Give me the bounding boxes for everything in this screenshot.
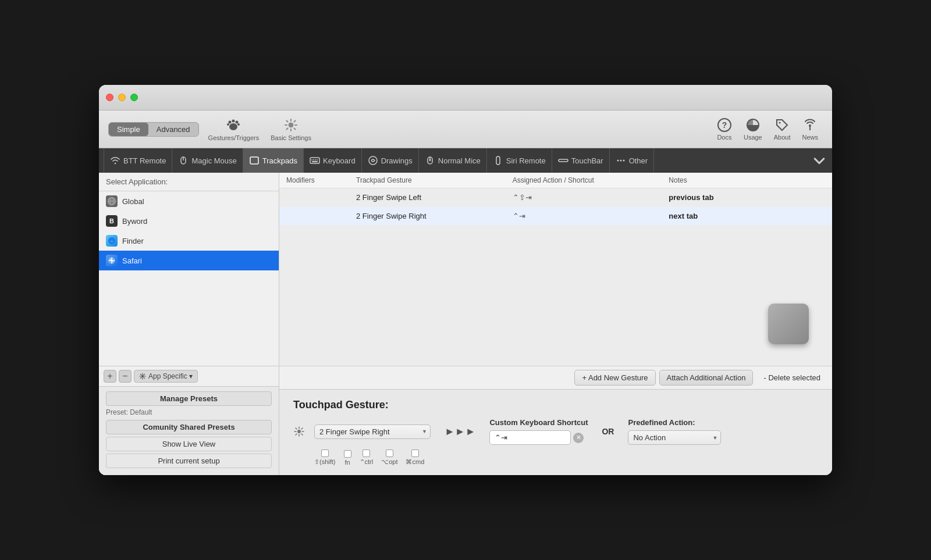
modifier-opt-checkbox[interactable]	[386, 450, 393, 457]
nav-drawings[interactable]: Drawings	[362, 148, 419, 173]
community-presets-button[interactable]: Comunity Shared Presets	[106, 420, 272, 434]
svg-point-37	[297, 430, 301, 433]
toolbar-left: Simple Advanced Gestures/Triggers	[108, 117, 311, 141]
traffic-lights	[106, 94, 138, 101]
add-app-button[interactable]: +	[104, 370, 116, 383]
finder-icon	[106, 235, 118, 247]
tag-icon	[774, 117, 790, 133]
maximize-button[interactable]	[130, 94, 138, 101]
predefined-label: Predefined Action:	[628, 418, 721, 427]
gesture-row-0[interactable]: 2 Finger Swipe Left ⌃⇧⇥ previous tab	[279, 188, 832, 207]
toolbar-icons: Gestures/Triggers Basic Settings	[208, 117, 311, 141]
svg-text:?: ?	[722, 120, 727, 130]
nav-keyboard[interactable]: Keyboard	[304, 148, 362, 173]
gear-icon	[283, 117, 299, 133]
docs-label: Docs	[717, 134, 731, 141]
add-gesture-button[interactable]: + Add New Gesture	[574, 370, 655, 386]
shortcut-label: Custom Keyboard Shortcut	[489, 418, 588, 427]
gesture-table-header: Modifiers Trackpad Gesture Assigned Acti…	[279, 173, 832, 188]
attach-action-button[interactable]: Attach Additional Action	[659, 370, 754, 386]
nav-btt-remote[interactable]: BTT Remote	[104, 148, 172, 173]
modifier-cmd: ⌘cmd	[406, 450, 424, 466]
nav-keyboard-label: Keyboard	[323, 156, 356, 165]
usage-icon	[745, 117, 761, 133]
top-right-icons: ? Docs Usage About	[712, 115, 823, 143]
nav-normal-mice[interactable]: Normal Mice	[419, 148, 487, 173]
global-icon	[106, 195, 118, 207]
touchpad-visual	[768, 304, 809, 344]
paw-icon	[225, 117, 241, 133]
preset-section: Manage Presets Preset: Default Comunity …	[99, 386, 279, 475]
gesture-panel: Modifiers Trackpad Gesture Assigned Acti…	[279, 173, 832, 475]
nav-other[interactable]: Other	[610, 148, 655, 173]
svg-rect-27	[559, 159, 568, 162]
gesture-bottom-bar: + Add New Gesture Attach Additional Acti…	[279, 366, 832, 389]
simple-mode-button[interactable]: Simple	[109, 123, 148, 136]
modifier-cmd-checkbox[interactable]	[411, 450, 419, 457]
news-button[interactable]: News	[797, 115, 823, 143]
svg-point-22	[369, 156, 377, 165]
app-item-finder[interactable]: Finder	[99, 231, 279, 251]
close-button[interactable]	[106, 94, 113, 101]
config-row: 2 Finger Swipe Right ►►► Custom Keyboard…	[293, 418, 818, 445]
svg-point-5	[237, 123, 240, 126]
app-item-safari[interactable]: Safari	[99, 251, 279, 270]
app-specific-button[interactable]: App Specific ▾	[134, 370, 198, 383]
svg-point-29	[620, 160, 621, 162]
svg-point-28	[617, 160, 619, 162]
remove-app-button[interactable]: −	[119, 370, 132, 383]
config-title: Touchpad Gesture:	[293, 399, 818, 411]
docs-button[interactable]: ? Docs	[712, 115, 737, 143]
gesture-select-wrapper: 2 Finger Swipe Right	[314, 425, 431, 439]
usage-button[interactable]: Usage	[739, 115, 767, 143]
advanced-mode-button[interactable]: Advanced	[148, 123, 198, 136]
gesture-row-1[interactable]: 2 Finger Swipe Right ⌃⇥ next tab	[279, 207, 832, 226]
modifier-shift: ⇧(shift)	[314, 450, 336, 466]
app-item-byword-label: Byword	[122, 217, 147, 226]
svg-point-30	[623, 160, 624, 162]
config-gear-icon	[293, 426, 305, 437]
nav-normal-mice-label: Normal Mice	[438, 156, 481, 165]
modifier-fn: fn	[344, 450, 351, 466]
main-content: Select Application: Global B Byword	[99, 173, 832, 475]
app-item-safari-label: Safari	[122, 256, 142, 265]
basic-settings-button[interactable]: Basic Settings	[271, 117, 311, 141]
modifier-shift-checkbox[interactable]	[321, 450, 329, 457]
gestures-triggers-button[interactable]: Gestures/Triggers	[208, 117, 260, 141]
modifier-fn-checkbox[interactable]	[344, 450, 351, 458]
manage-presets-button[interactable]: Manage Presets	[106, 391, 272, 406]
antenna-icon	[802, 117, 818, 133]
row0-notes: previous tab	[669, 193, 825, 202]
print-setup-button[interactable]: Print current setup	[106, 454, 272, 468]
predefined-section: Predefined Action: No Action	[628, 418, 721, 445]
about-label: About	[774, 134, 791, 141]
predefined-select[interactable]: No Action	[628, 430, 721, 445]
col-shortcut: Assigned Action / Shortcut	[513, 176, 669, 184]
col-gesture: Trackpad Gesture	[356, 176, 513, 184]
safari-icon	[106, 255, 118, 266]
svg-point-1	[229, 121, 232, 124]
nav-touchbar[interactable]: TouchBar	[552, 148, 610, 173]
nav-drawings-label: Drawings	[381, 156, 413, 165]
clear-shortcut-button[interactable]: ✕	[573, 433, 584, 443]
show-live-view-button[interactable]: Show Live View	[106, 437, 272, 451]
gesture-select[interactable]: 2 Finger Swipe Right	[314, 425, 431, 439]
app-item-byword[interactable]: B Byword	[99, 211, 279, 231]
app-list: Global B Byword Finder	[99, 191, 279, 366]
app-item-global[interactable]: Global	[99, 191, 279, 211]
nav-trackpads[interactable]: Trackpads	[243, 148, 304, 173]
minimize-button[interactable]	[118, 94, 126, 101]
col-modifiers: Modifiers	[286, 176, 356, 184]
news-label: News	[802, 134, 818, 141]
about-button[interactable]: About	[769, 115, 795, 143]
config-area: Touchpad Gesture: 2 Finger Swipe Right ►…	[279, 389, 832, 475]
nav-magic-mouse[interactable]: Magic Mouse	[172, 148, 243, 173]
gear-small-icon	[139, 373, 146, 380]
nav-siri-remote[interactable]: Siri Remote	[487, 148, 552, 173]
delete-selected-button[interactable]: - Delete selected	[756, 370, 827, 385]
gestures-triggers-label: Gestures/Triggers	[208, 134, 260, 141]
modifier-ctrl-checkbox[interactable]	[363, 450, 370, 457]
shortcut-field[interactable]: ⌃⇥	[489, 430, 571, 445]
nav-siri-remote-label: Siri Remote	[506, 156, 546, 165]
nav-dropdown[interactable]	[811, 148, 827, 173]
